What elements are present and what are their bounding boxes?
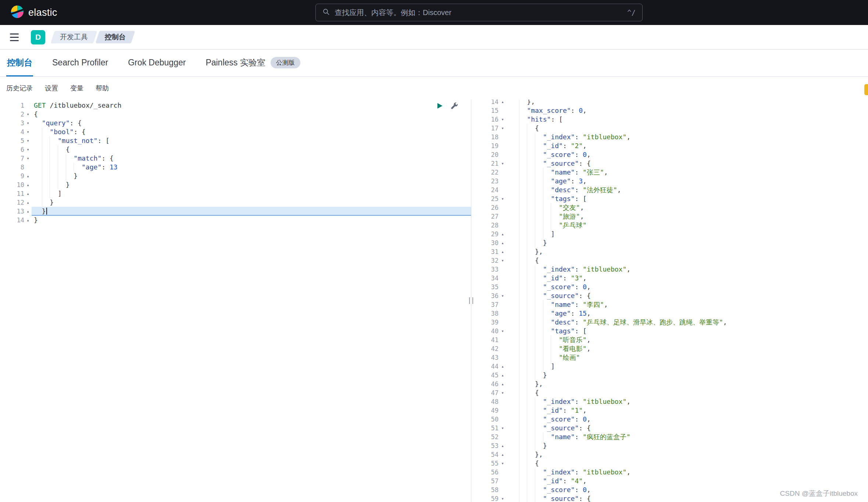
response-line[interactable]: 27"旅游",: [471, 212, 868, 221]
response-line[interactable]: 34"_id": "3",: [471, 274, 868, 283]
console-menu-variables[interactable]: 变量: [70, 84, 83, 93]
response-line[interactable]: 29▴]: [471, 230, 868, 239]
send-request-button[interactable]: [435, 101, 444, 111]
elastic-logo[interactable]: elastic: [11, 0, 57, 25]
fold-toggle-icon[interactable]: ▾: [24, 136, 32, 145]
request-line[interactable]: 1GET /itbluebox/_search: [0, 101, 471, 110]
menu-button[interactable]: [7, 30, 21, 44]
fold-toggle-icon[interactable]: ▴: [24, 180, 32, 189]
response-line[interactable]: 20"_score": 0,: [471, 150, 868, 159]
request-line[interactable]: 13▴}: [0, 207, 471, 216]
response-line[interactable]: 30▴}: [471, 239, 868, 247]
fold-toggle-icon[interactable]: ▴: [24, 172, 32, 180]
response-line[interactable]: 54▴},: [471, 450, 868, 459]
request-line[interactable]: 10▴}: [0, 180, 471, 189]
fold-toggle-icon[interactable]: ▴: [499, 441, 507, 450]
response-line[interactable]: 18"_index": "itbluebox",: [471, 133, 868, 141]
fold-toggle-icon[interactable]: ▾: [499, 388, 507, 397]
fold-toggle-icon[interactable]: ▾: [24, 145, 32, 154]
fold-toggle-icon[interactable]: ▾: [24, 119, 32, 128]
response-line[interactable]: 26"交友",: [471, 203, 868, 212]
fold-toggle-icon[interactable]: ▾: [499, 494, 507, 502]
response-line[interactable]: 47▾{: [471, 388, 868, 397]
response-line[interactable]: 46▴},: [471, 380, 868, 388]
fold-toggle-icon[interactable]: ▾: [499, 159, 507, 168]
response-line[interactable]: 35"_score": 0,: [471, 283, 868, 291]
fold-toggle-icon[interactable]: ▾: [24, 154, 32, 163]
fold-toggle-icon[interactable]: ▾: [24, 128, 32, 136]
request-line[interactable]: 12▴}: [0, 198, 471, 207]
request-line[interactable]: 11▴]: [0, 189, 471, 198]
fold-toggle-icon[interactable]: ▴: [499, 380, 507, 388]
response-line[interactable]: 55▾{: [471, 459, 868, 468]
fold-toggle-icon[interactable]: ▴: [24, 189, 32, 198]
edge-clipped-widget[interactable]: [864, 84, 868, 95]
request-line[interactable]: 8"age": 13: [0, 163, 471, 172]
fold-toggle-icon[interactable]: ▾: [499, 424, 507, 433]
request-line[interactable]: 9▴}: [0, 172, 471, 180]
fold-toggle-icon[interactable]: ▾: [24, 110, 32, 119]
fold-toggle-icon[interactable]: ▾: [499, 459, 507, 468]
response-line[interactable]: 57"_id": "4",: [471, 477, 868, 485]
response-line[interactable]: 53▴}: [471, 441, 868, 450]
fold-toggle-icon[interactable]: ▴: [24, 207, 32, 216]
response-line[interactable]: 25▾"tags": [: [471, 194, 868, 203]
response-line[interactable]: 21▾"_source": {: [471, 159, 868, 168]
response-line[interactable]: 42"看电影",: [471, 344, 868, 353]
fold-toggle-icon[interactable]: ▾: [499, 194, 507, 203]
response-line[interactable]: 48"_index": "itbluebox",: [471, 397, 868, 406]
response-line[interactable]: 14▴},: [471, 100, 868, 106]
response-line[interactable]: 28"乒乓球": [471, 221, 868, 230]
response-line[interactable]: 41"听音乐",: [471, 336, 868, 344]
tab-painless-lab[interactable]: Painless 实验室公测版: [205, 50, 301, 76]
request-pane[interactable]: 1GET /itbluebox/_search2▾{3▾"query": {4▾…: [0, 100, 471, 502]
fold-toggle-icon[interactable]: ▴: [499, 371, 507, 380]
fold-toggle-icon[interactable]: ▴: [499, 450, 507, 459]
request-line[interactable]: 3▾"query": {: [0, 119, 471, 128]
response-line[interactable]: 49"_id": "1",: [471, 406, 868, 415]
tab-grok-debugger[interactable]: Grok Debugger: [127, 50, 186, 76]
console-menu-settings[interactable]: 设置: [45, 84, 58, 93]
response-line[interactable]: 43"绘画": [471, 353, 868, 362]
fold-toggle-icon[interactable]: ▴: [499, 239, 507, 247]
fold-toggle-icon[interactable]: ▴: [499, 230, 507, 239]
response-line[interactable]: 24"desc": "法外狂徒",: [471, 186, 868, 194]
fold-toggle-icon[interactable]: ▴: [24, 198, 32, 207]
response-line[interactable]: 19"_id": "2",: [471, 141, 868, 150]
fold-toggle-icon[interactable]: ▾: [499, 124, 507, 133]
tab-search-profiler[interactable]: Search Profiler: [51, 50, 109, 76]
response-line[interactable]: 50"_score": 0,: [471, 415, 868, 424]
response-line[interactable]: 52"name": "疯狂的蓝盒子": [471, 433, 868, 441]
fold-toggle-icon[interactable]: ▴: [24, 216, 32, 225]
request-line[interactable]: 2▾{: [0, 110, 471, 119]
response-line[interactable]: 23"age": 3,: [471, 177, 868, 186]
response-line[interactable]: 32▾{: [471, 256, 868, 265]
breadcrumb-console[interactable]: 控制台: [95, 31, 135, 43]
fold-toggle-icon[interactable]: ▴: [499, 247, 507, 256]
request-line[interactable]: 6▾{: [0, 145, 471, 154]
fold-toggle-icon[interactable]: ▾: [499, 327, 507, 336]
request-line[interactable]: 7▾"match": {: [0, 154, 471, 163]
response-line[interactable]: 15"max_score": 0,: [471, 106, 868, 115]
request-settings-button[interactable]: [450, 101, 459, 111]
request-line[interactable]: 4▾"bool": {: [0, 128, 471, 136]
response-line[interactable]: 45▴}: [471, 371, 868, 380]
space-avatar[interactable]: D: [31, 30, 45, 44]
response-line[interactable]: 22"name": "张三",: [471, 168, 868, 177]
console-menu-history[interactable]: 历史记录: [6, 84, 33, 93]
response-line[interactable]: 16▾"hits": [: [471, 115, 868, 124]
response-line[interactable]: 40▾"tags": [: [471, 327, 868, 336]
response-line[interactable]: 39"desc": "乒乓球、足球、滑旱冰、跑步、跳绳、举重等",: [471, 318, 868, 327]
fold-toggle-icon[interactable]: ▴: [499, 100, 507, 106]
response-line[interactable]: 51▾"_source": {: [471, 424, 868, 433]
fold-toggle-icon[interactable]: ▾: [499, 115, 507, 124]
breadcrumb-dev-tools[interactable]: 开发工具: [50, 31, 97, 43]
global-search-input[interactable]: 查找应用、内容等。例如：Discover ^/: [315, 4, 643, 21]
console-menu-help[interactable]: 帮助: [96, 84, 109, 93]
response-line[interactable]: 36▾"_source": {: [471, 291, 868, 300]
response-line[interactable]: 31▴},: [471, 247, 868, 256]
fold-toggle-icon[interactable]: ▴: [499, 362, 507, 371]
fold-toggle-icon[interactable]: ▾: [499, 256, 507, 265]
request-line[interactable]: 5▾"must_not": [: [0, 136, 471, 145]
response-line[interactable]: 33"_index": "itbluebox",: [471, 265, 868, 274]
